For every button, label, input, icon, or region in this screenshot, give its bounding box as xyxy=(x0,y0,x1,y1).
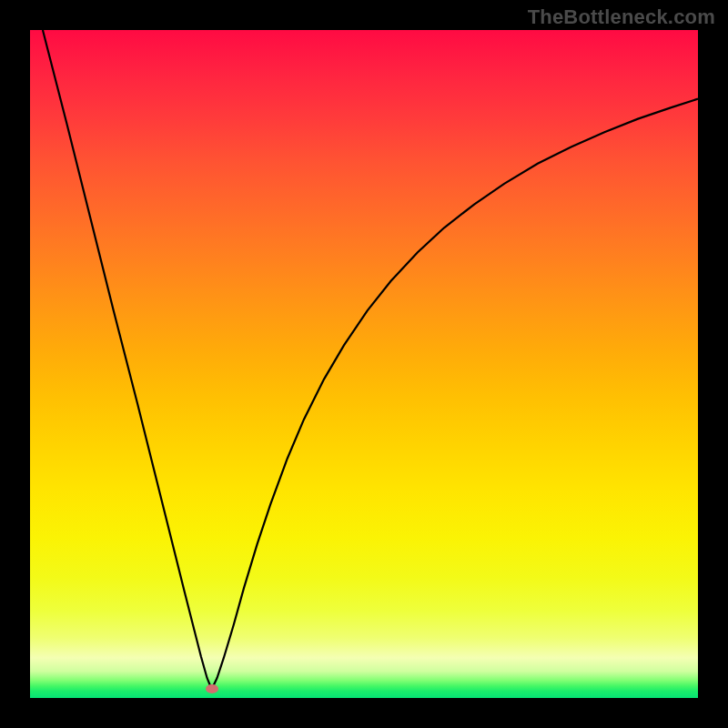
chart-frame: TheBottleneck.com xyxy=(0,0,728,728)
plot-area xyxy=(30,30,698,698)
curve-line xyxy=(43,30,698,689)
optimal-point-marker xyxy=(206,684,218,693)
curve-svg xyxy=(30,30,698,698)
watermark-text: TheBottleneck.com xyxy=(528,5,715,29)
